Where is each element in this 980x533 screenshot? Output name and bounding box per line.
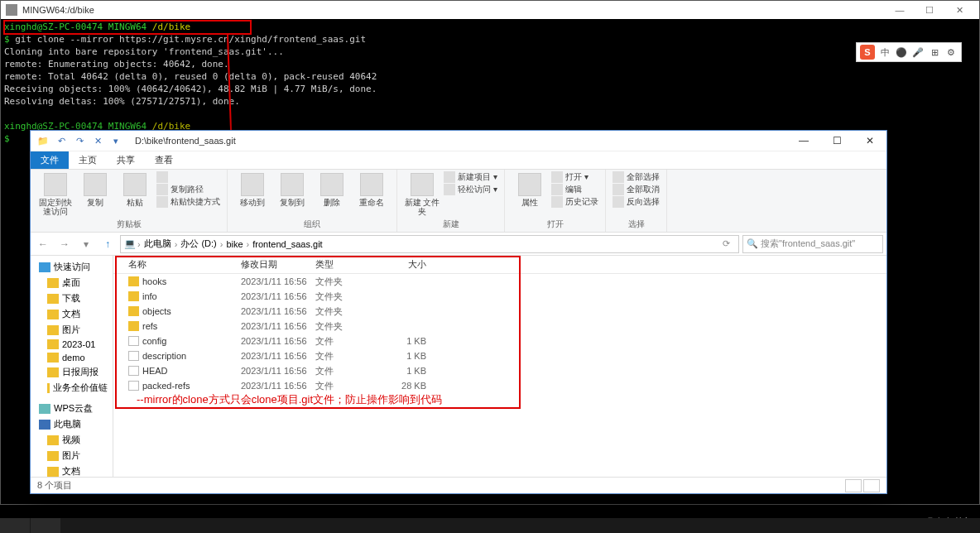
tree-folder-2[interactable]: demo	[31, 351, 113, 364]
explorer-window: 📁 ↶ ↷ ✕ ▾ D:\bike\frontend_saas.git — ☐ …	[30, 130, 887, 494]
exp-maximize-button[interactable]: ☐	[820, 131, 853, 151]
new-folder-button[interactable]: 新建 文件夹	[404, 171, 440, 216]
window-title-path: D:\bike\frontend_saas.git	[128, 136, 787, 146]
folder-icon	[128, 276, 139, 286]
exp-minimize-button[interactable]: —	[787, 131, 820, 151]
qat-del-button[interactable]: ✕	[89, 132, 107, 149]
copy-path-button[interactable]: 复制路径	[156, 184, 220, 195]
view-tiles-button[interactable]	[863, 479, 880, 492]
pin-quick-access-button[interactable]: 固定到快 速访问	[37, 171, 74, 216]
pc-icon: 💻	[124, 238, 136, 249]
qat-dd-button[interactable]: ▾	[107, 132, 125, 149]
taskbar-item[interactable]	[31, 518, 60, 533]
nav-bar: ← → ▾ ↑ 💻 › 此电脑› 办公 (D:)› bike› frontend…	[31, 233, 886, 256]
cut-button[interactable]	[156, 171, 220, 183]
select-none-button[interactable]: 全部取消	[612, 184, 660, 195]
select-all-button[interactable]: 全部选择	[612, 171, 660, 183]
tree-folder-1[interactable]: 2023-01	[31, 338, 113, 351]
col-type[interactable]: 类型	[315, 258, 377, 271]
ribbon: 固定到快 速访问 复制 粘贴 复制路径 粘贴快捷方式 剪贴板 移动到 复制到 删…	[31, 170, 886, 233]
ime-toolbar: S 中 ⚫ 🎤 ⊞ ⚙	[856, 42, 962, 62]
tree-folder-3[interactable]: 日报周报	[31, 364, 113, 380]
up-button[interactable]: ↑	[98, 235, 117, 253]
copy-button[interactable]: 复制	[77, 171, 113, 207]
paste-shortcut-button[interactable]: 粘贴快捷方式	[156, 196, 220, 208]
select-invert-button[interactable]: 反向选择	[612, 196, 660, 208]
refresh-button[interactable]: ⟳	[717, 235, 735, 253]
tree-desktop[interactable]: 桌面	[31, 275, 113, 291]
col-name[interactable]: 名称	[113, 258, 241, 271]
list-item[interactable]: config2023/1/11 16:56文件1 KB	[113, 334, 886, 348]
list-item[interactable]: HEAD2023/1/11 16:56文件1 KB	[113, 363, 886, 378]
history-button[interactable]: 历史记录	[551, 196, 598, 208]
maximize-button[interactable]: ☐	[915, 5, 944, 16]
ime-voice-icon[interactable]: 🎤	[911, 46, 925, 59]
status-bar: 8 个项目	[31, 477, 886, 493]
tree-wps-cloud[interactable]: WPS云盘	[31, 401, 113, 416]
edit-button[interactable]: 编辑	[551, 184, 598, 195]
qat-redo-button[interactable]: ↷	[70, 132, 89, 149]
ime-mode-button[interactable]: 中	[878, 46, 891, 59]
rename-button[interactable]: 重命名	[353, 171, 390, 207]
search-input[interactable]: 🔍 搜索"frontend_saas.git"	[742, 235, 883, 253]
recent-button[interactable]: ▾	[77, 235, 95, 253]
file-icon	[128, 381, 139, 391]
col-date[interactable]: 修改日期	[241, 258, 315, 271]
tab-file[interactable]: 文件	[31, 151, 69, 169]
tree-download[interactable]: 下载	[31, 291, 113, 306]
tree-video[interactable]: 视频	[31, 432, 113, 448]
file-icon	[128, 351, 139, 361]
tree-this-pc[interactable]: 此电脑	[31, 416, 113, 432]
copy-to-button[interactable]: 复制到	[274, 171, 310, 207]
ime-logo-icon: S	[860, 45, 875, 60]
tab-home[interactable]: 主页	[69, 151, 107, 169]
ime-keyboard-icon[interactable]: ⚫	[895, 46, 908, 59]
qat-undo-button[interactable]: ↶	[52, 132, 70, 149]
file-list: 名称 修改日期 类型 大小 hooks2023/1/11 16:56文件夹inf…	[113, 256, 886, 477]
annotation-text: --mirror的clone方式只会clone项目.git文件；防止操作影响到代…	[137, 392, 442, 407]
list-item[interactable]: packed-refs2023/1/11 16:56文件28 KB	[113, 378, 886, 393]
file-icon	[128, 366, 139, 376]
view-details-button[interactable]	[845, 479, 862, 492]
col-size[interactable]: 大小	[377, 258, 443, 271]
quick-access-toolbar: 📁 ↶ ↷ ✕ ▾	[31, 132, 128, 149]
breadcrumb[interactable]: 💻 › 此电脑› 办公 (D:)› bike› frontend_saas.gi…	[120, 235, 739, 253]
tree-documents[interactable]: 文档	[31, 306, 113, 322]
easy-access-button[interactable]: 轻松访问 ▾	[444, 184, 497, 195]
open-button[interactable]: 打开 ▾	[551, 171, 598, 183]
tree-docs2[interactable]: 文档	[31, 463, 113, 477]
terminal-body[interactable]: xinghd@SZ-PC-00474 MINGW64 /d/bike $ git…	[1, 19, 979, 146]
list-item[interactable]: objects2023/1/11 16:56文件夹	[113, 304, 886, 319]
ribbon-tabs: 文件 主页 共享 查看	[31, 151, 886, 170]
folder-icon	[128, 321, 139, 331]
file-icon	[128, 336, 139, 346]
tree-pics2[interactable]: 图片	[31, 448, 113, 463]
back-button[interactable]: ←	[34, 235, 52, 253]
properties-button[interactable]: 属性	[512, 171, 548, 207]
list-item[interactable]: hooks2023/1/11 16:56文件夹	[113, 274, 886, 289]
close-button[interactable]: ✕	[944, 5, 974, 16]
list-item[interactable]: info2023/1/11 16:56文件夹	[113, 289, 886, 304]
nav-tree[interactable]: 快速访问 桌面 下载 文档 图片 2023-01 demo 日报周报 业务全价值…	[31, 256, 113, 477]
list-item[interactable]: refs2023/1/11 16:56文件夹	[113, 319, 886, 334]
tree-folder-4[interactable]: 业务全价值链	[31, 380, 113, 396]
tree-pictures[interactable]: 图片	[31, 322, 113, 338]
folder-icon: 📁	[34, 132, 52, 149]
terminal-icon	[6, 4, 17, 16]
search-icon: 🔍	[747, 238, 758, 249]
move-to-button[interactable]: 移动到	[234, 171, 271, 207]
ime-settings-icon[interactable]: ⚙	[944, 46, 958, 59]
taskbar-item[interactable]	[0, 518, 30, 533]
tree-quick-access[interactable]: 快速访问	[31, 259, 113, 275]
delete-button[interactable]: 删除	[314, 171, 350, 207]
tab-share[interactable]: 共享	[107, 151, 145, 169]
exp-close-button[interactable]: ✕	[853, 131, 886, 151]
minimize-button[interactable]: —	[885, 5, 915, 15]
paste-button[interactable]: 粘贴	[117, 171, 153, 207]
forward-button[interactable]: →	[55, 235, 74, 253]
new-item-button[interactable]: 新建项目 ▾	[444, 171, 497, 183]
tab-view[interactable]: 查看	[145, 151, 183, 169]
ime-tool-icon[interactable]: ⊞	[928, 46, 941, 59]
list-item[interactable]: description2023/1/11 16:56文件1 KB	[113, 348, 886, 363]
column-headers: 名称 修改日期 类型 大小	[113, 256, 886, 274]
